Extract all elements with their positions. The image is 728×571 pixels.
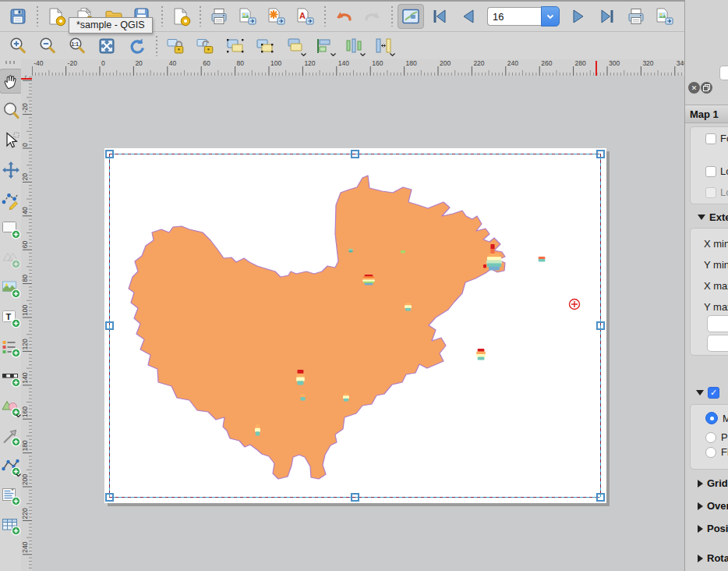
add-attribute-table-button[interactable] — [0, 513, 22, 538]
selection-handle[interactable] — [105, 150, 114, 158]
group-title: Overviews — [707, 500, 728, 512]
collapsed-group-header[interactable]: Position and size — [698, 523, 728, 534]
selection-handle[interactable] — [596, 150, 605, 158]
move-item-content-button[interactable] — [0, 158, 22, 183]
svg-text:80: 80 — [237, 59, 245, 67]
move-content-icon — [1, 160, 21, 180]
add-arrow-button[interactable] — [0, 424, 22, 449]
export-as-svg-button[interactable] — [263, 4, 290, 29]
last-feature-button[interactable] — [594, 4, 620, 29]
svg-text:280: 280 — [575, 59, 586, 67]
panel-float-button[interactable] — [701, 82, 712, 94]
actions-toolbar: 1:1 — [0, 32, 728, 60]
raise-items-button[interactable] — [281, 34, 308, 59]
svg-text:60: 60 — [21, 240, 29, 248]
add-label-button[interactable]: T — [0, 306, 22, 331]
ungroup-items-button[interactable] — [252, 34, 278, 59]
next-feature-button[interactable] — [565, 4, 592, 29]
atlas-feature-combo[interactable]: 16 — [487, 7, 560, 26]
print-layout-button[interactable] — [206, 4, 232, 29]
atlas-feature-value[interactable]: 16 — [487, 7, 541, 26]
printer-icon — [626, 6, 646, 27]
add-legend-button[interactable] — [0, 335, 22, 360]
collapsed-group-header[interactable]: Overviews — [698, 500, 728, 512]
refresh-icon — [126, 36, 147, 56]
add-map-button[interactable] — [0, 217, 22, 242]
pan-layout-button[interactable] — [0, 69, 22, 94]
panel-tab-button[interactable] — [719, 66, 728, 80]
print-atlas-button[interactable] — [623, 4, 649, 29]
export-svg-icon — [267, 6, 287, 27]
edit-nodes-icon — [1, 190, 21, 210]
toolbox-toolbar: T — [0, 59, 22, 571]
add-label-icon: T — [1, 308, 21, 328]
cursor-icon — [1, 130, 21, 151]
export-atlas-image-button[interactable] — [652, 4, 678, 29]
panel-close-button[interactable]: ✕ — [688, 82, 700, 94]
radio-button[interactable] — [705, 447, 716, 458]
add-3d-map-button[interactable] — [0, 246, 22, 271]
preview-atlas-button[interactable] — [398, 4, 424, 29]
unlock-items-button[interactable] — [193, 34, 219, 59]
controlled-by-atlas-header[interactable]: ✓ — [696, 387, 719, 399]
add-node-item-button[interactable] — [0, 454, 22, 479]
zoom-in-button[interactable] — [5, 34, 31, 59]
refresh-view-button[interactable] — [123, 34, 150, 59]
add-scalebar-button[interactable] — [0, 365, 22, 390]
unlock-icon — [196, 36, 216, 56]
expand-arrow-icon — [698, 502, 703, 510]
layout-canvas[interactable] — [32, 76, 684, 571]
toolbar-drag-handle[interactable] — [5, 61, 16, 64]
radio-button[interactable] — [705, 412, 718, 424]
export-as-image-button[interactable] — [235, 4, 261, 29]
combo-dropdown-button[interactable] — [541, 6, 560, 27]
ruler-corner — [21, 59, 33, 76]
export-as-pdf-button[interactable]: A — [292, 4, 319, 29]
item-properties-title: Map 1 — [685, 105, 728, 123]
horizontal-ruler[interactable]: -40-200204060801001201401601802002202402… — [32, 59, 684, 76]
vertical-ruler[interactable]: -40-20020406080100120140160180200220240 — [21, 76, 33, 571]
toolbar-separator — [34, 6, 41, 27]
edit-nodes-item-button[interactable] — [0, 187, 22, 212]
select-move-item-button[interactable] — [0, 128, 22, 153]
radio-button[interactable] — [705, 432, 716, 443]
new-report-button[interactable] — [168, 4, 194, 29]
new-layout-button[interactable] — [43, 4, 69, 29]
distribute-items-button[interactable] — [341, 34, 367, 59]
atlas-group-checkbox[interactable]: ✓ — [708, 387, 719, 399]
view-extent-in-map-canvas-button[interactable] — [707, 335, 728, 352]
zoom-full-button[interactable] — [94, 34, 120, 59]
zoom-out-button[interactable] — [34, 34, 61, 59]
checkbox-label: Follow map theme — [720, 133, 728, 144]
zoom-tool-button[interactable] — [0, 98, 22, 123]
save-project-button[interactable] — [5, 4, 31, 29]
add-picture-icon — [1, 278, 21, 299]
lock-items-button[interactable] — [163, 34, 189, 59]
selection-handle[interactable] — [105, 493, 114, 502]
add-shape-button[interactable] — [0, 395, 22, 420]
previous-feature-button[interactable] — [455, 4, 482, 29]
toolbar-separator — [388, 6, 395, 27]
redo-button[interactable] — [359, 4, 386, 29]
undo-button[interactable] — [330, 4, 357, 29]
group-title: Grids — [707, 477, 728, 489]
selection-handle[interactable] — [596, 321, 605, 330]
collapsed-group-header[interactable]: Rotation — [698, 552, 728, 564]
selection-handle[interactable] — [351, 493, 359, 502]
selection-handle[interactable] — [105, 321, 114, 330]
align-items-button[interactable] — [311, 34, 337, 59]
extents-group-header[interactable]: Extents — [698, 211, 728, 223]
selection-handle[interactable] — [596, 493, 605, 502]
svg-text:T: T — [5, 312, 11, 321]
add-html-button[interactable] — [0, 484, 22, 509]
checkbox[interactable] — [705, 166, 716, 177]
set-to-map-canvas-extent-button[interactable] — [707, 315, 728, 332]
resize-items-button[interactable] — [370, 34, 397, 59]
first-feature-button[interactable] — [426, 4, 453, 29]
zoom-actual-button[interactable]: 1:1 — [64, 34, 90, 59]
add-picture-button[interactable] — [0, 276, 22, 301]
collapsed-group-header[interactable]: Grids — [698, 477, 728, 489]
checkbox[interactable] — [705, 133, 716, 144]
selection-handle[interactable] — [351, 150, 359, 158]
group-items-button[interactable] — [222, 34, 249, 59]
